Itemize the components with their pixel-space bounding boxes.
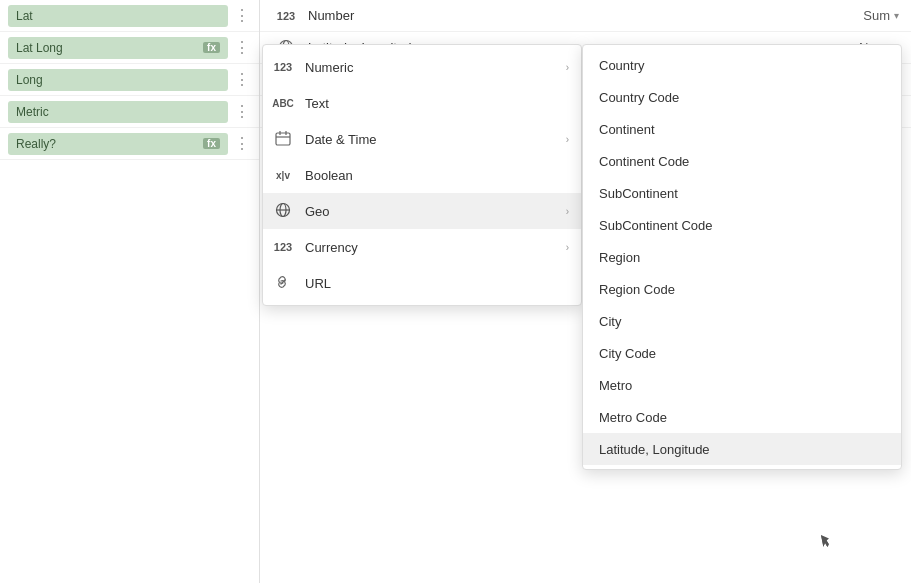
lat-label: Lat (16, 9, 33, 23)
continent-label: Continent (599, 122, 655, 137)
submenu-region[interactable]: Region (583, 241, 901, 273)
country-code-label: Country Code (599, 90, 679, 105)
url-icon (271, 274, 295, 293)
lat-long-submenu-label: Latitude, Longitude (599, 442, 710, 457)
submenu-city[interactable]: City (583, 305, 901, 337)
region-code-label: Region Code (599, 282, 675, 297)
long-label: Long (16, 73, 43, 87)
svg-rect-3 (276, 133, 290, 145)
right-row-number: 123 Number Sum ▾ (260, 0, 911, 32)
really-tag[interactable]: Really? fx (8, 133, 228, 155)
submenu-subcontinent-code[interactable]: SubContinent Code (583, 209, 901, 241)
menu-item-boolean[interactable]: x|v Boolean (263, 157, 581, 193)
really-dots[interactable]: ⋮ (234, 134, 251, 153)
number-agg-chevron: ▾ (894, 10, 899, 21)
number-type-label: Number (308, 8, 855, 23)
metric-label: Metric (16, 105, 49, 119)
city-label: City (599, 314, 621, 329)
menu-item-numeric[interactable]: 123 Numeric › (263, 49, 581, 85)
text-label: Text (305, 96, 569, 111)
submenu-continent[interactable]: Continent (583, 113, 901, 145)
submenu-subcontinent[interactable]: SubContinent (583, 177, 901, 209)
boolean-icon: x|v (271, 170, 295, 181)
datetime-arrow: › (566, 134, 569, 145)
datetime-label: Date & Time (305, 132, 556, 147)
menu-item-geo[interactable]: Geo › (263, 193, 581, 229)
metric-tag[interactable]: Metric (8, 101, 228, 123)
menu-item-text[interactable]: ABC Text (263, 85, 581, 121)
continent-code-label: Continent Code (599, 154, 689, 169)
number-type-icon: 123 (272, 10, 300, 22)
submenu-country-code[interactable]: Country Code (583, 81, 901, 113)
currency-label: Currency (305, 240, 556, 255)
row-metric: Metric ⋮ (0, 96, 259, 128)
lat-long-tag[interactable]: Lat Long fx (8, 37, 228, 59)
submenu-metro-code[interactable]: Metro Code (583, 401, 901, 433)
menu-item-currency[interactable]: 123 Currency › (263, 229, 581, 265)
really-label: Really? (16, 137, 56, 151)
long-tag[interactable]: Long (8, 69, 228, 91)
long-dots[interactable]: ⋮ (234, 70, 251, 89)
geo-menu-icon (271, 202, 295, 221)
row-lat-long: Lat Long fx ⋮ (0, 32, 259, 64)
row-long: Long ⋮ (0, 64, 259, 96)
city-code-label: City Code (599, 346, 656, 361)
url-label: URL (305, 276, 569, 291)
country-label: Country (599, 58, 645, 73)
number-agg[interactable]: Sum ▾ (863, 8, 899, 23)
lat-long-dots[interactable]: ⋮ (234, 38, 251, 57)
currency-icon: 123 (271, 241, 295, 253)
metro-label: Metro (599, 378, 632, 393)
metro-code-label: Metro Code (599, 410, 667, 425)
numeric-arrow: › (566, 62, 569, 73)
submenu-metro[interactable]: Metro (583, 369, 901, 401)
geo-submenu: Country Country Code Continent Continent… (582, 44, 902, 470)
submenu-continent-code[interactable]: Continent Code (583, 145, 901, 177)
subcontinent-code-label: SubContinent Code (599, 218, 712, 233)
numeric-icon: 123 (271, 61, 295, 73)
submenu-lat-long[interactable]: Latitude, Longitude (583, 433, 901, 465)
submenu-region-code[interactable]: Region Code (583, 273, 901, 305)
lat-tag[interactable]: Lat (8, 5, 228, 27)
text-icon: ABC (271, 98, 295, 109)
submenu-country[interactable]: Country (583, 49, 901, 81)
numeric-label: Numeric (305, 60, 556, 75)
region-label: Region (599, 250, 640, 265)
submenu-city-code[interactable]: City Code (583, 337, 901, 369)
datetime-icon (271, 130, 295, 149)
lat-dots[interactable]: ⋮ (234, 6, 251, 25)
row-lat: Lat ⋮ (0, 0, 259, 32)
lat-long-fx: fx (203, 42, 220, 53)
lat-long-label: Lat Long (16, 41, 63, 55)
geo-arrow: › (566, 206, 569, 217)
menu-item-datetime[interactable]: Date & Time › (263, 121, 581, 157)
menu-item-url[interactable]: URL (263, 265, 581, 301)
metric-dots[interactable]: ⋮ (234, 102, 251, 121)
geo-label: Geo (305, 204, 556, 219)
really-fx: fx (203, 138, 220, 149)
currency-arrow: › (566, 242, 569, 253)
type-dropdown: 123 Numeric › ABC Text Date & Time › x|v… (262, 44, 582, 306)
left-panel: Lat ⋮ Lat Long fx ⋮ Long ⋮ Metric ⋮ Real… (0, 0, 260, 583)
boolean-label: Boolean (305, 168, 569, 183)
row-really: Really? fx ⋮ (0, 128, 259, 160)
subcontinent-label: SubContinent (599, 186, 678, 201)
number-agg-value: Sum (863, 8, 890, 23)
